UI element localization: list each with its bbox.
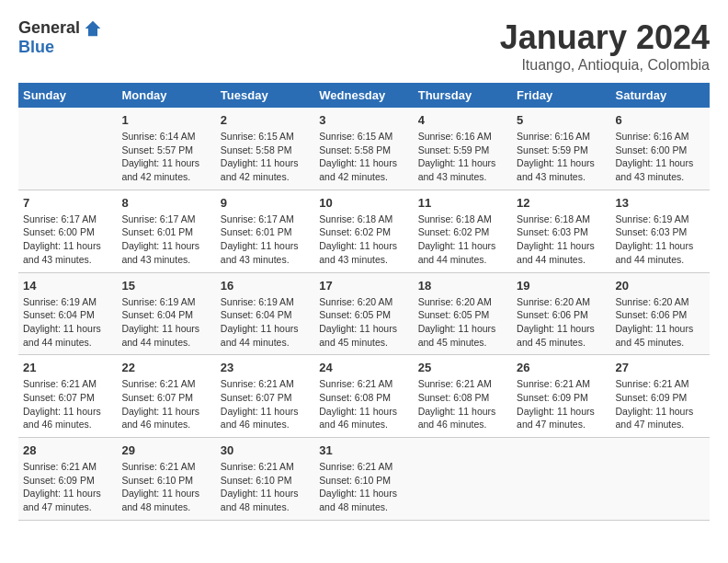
cell-w2-d3: 9Sunrise: 6:17 AMSunset: 6:01 PMDaylight… <box>216 190 314 272</box>
cell-w1-d6: 5Sunrise: 6:16 AMSunset: 5:59 PMDaylight… <box>512 108 610 190</box>
day-number: 16 <box>221 279 310 293</box>
header-row: SundayMondayTuesdayWednesdayThursdayFrid… <box>18 83 710 108</box>
cell-w2-d6: 12Sunrise: 6:18 AMSunset: 6:03 PMDayligh… <box>512 190 610 272</box>
header-monday: Monday <box>117 83 215 108</box>
cell-w1-d4: 3Sunrise: 6:15 AMSunset: 5:58 PMDaylight… <box>314 108 413 190</box>
day-number: 31 <box>319 443 408 457</box>
day-info: Sunrise: 6:17 AMSunset: 6:01 PMDaylight:… <box>221 213 310 267</box>
day-info: Sunrise: 6:16 AMSunset: 5:59 PMDaylight:… <box>517 130 606 184</box>
day-number: 12 <box>517 196 606 210</box>
main-title: January 2024 <box>500 18 710 57</box>
day-info: Sunrise: 6:21 AMSunset: 6:08 PMDaylight:… <box>319 377 408 431</box>
day-number: 18 <box>418 279 507 293</box>
day-info: Sunrise: 6:20 AMSunset: 6:06 PMDaylight:… <box>616 295 705 350</box>
cell-w5-d7 <box>611 438 710 521</box>
day-info: Sunrise: 6:16 AMSunset: 6:00 PMDaylight:… <box>616 130 705 184</box>
header-sunday: Sunday <box>18 83 117 108</box>
day-info: Sunrise: 6:17 AMSunset: 6:00 PMDaylight:… <box>23 213 112 267</box>
week-row-1: 1Sunrise: 6:14 AMSunset: 5:57 PMDaylight… <box>18 108 710 190</box>
cell-w4-d3: 23Sunrise: 6:21 AMSunset: 6:07 PMDayligh… <box>216 355 314 438</box>
header-tuesday: Tuesday <box>216 83 314 108</box>
day-number: 20 <box>616 279 705 293</box>
cell-w1-d7: 6Sunrise: 6:16 AMSunset: 6:00 PMDaylight… <box>611 108 710 190</box>
day-info: Sunrise: 6:19 AMSunset: 6:04 PMDaylight:… <box>221 295 310 350</box>
day-number: 14 <box>23 279 112 293</box>
cell-w3-d5: 18Sunrise: 6:20 AMSunset: 6:05 PMDayligh… <box>414 272 512 355</box>
cell-w3-d2: 15Sunrise: 6:19 AMSunset: 6:04 PMDayligh… <box>117 272 215 355</box>
cell-w4-d4: 24Sunrise: 6:21 AMSunset: 6:08 PMDayligh… <box>314 355 413 438</box>
day-info: Sunrise: 6:19 AMSunset: 6:04 PMDaylight:… <box>121 295 210 350</box>
day-number: 25 <box>418 361 507 374</box>
day-info: Sunrise: 6:21 AMSunset: 6:10 PMDaylight:… <box>121 460 210 514</box>
day-info: Sunrise: 6:17 AMSunset: 6:01 PMDaylight:… <box>121 213 210 267</box>
header: General Blue January 2024 Ituango, Antio… <box>18 18 710 74</box>
day-info: Sunrise: 6:18 AMSunset: 6:02 PMDaylight:… <box>319 213 408 267</box>
day-number: 17 <box>319 279 408 293</box>
cell-w4-d5: 25Sunrise: 6:21 AMSunset: 6:08 PMDayligh… <box>414 355 512 438</box>
cell-w3-d4: 17Sunrise: 6:20 AMSunset: 6:05 PMDayligh… <box>314 272 413 355</box>
day-number: 30 <box>221 443 310 457</box>
day-info: Sunrise: 6:18 AMSunset: 6:02 PMDaylight:… <box>418 213 507 267</box>
header-saturday: Saturday <box>611 83 710 108</box>
logo-blue-text: Blue <box>18 38 54 57</box>
cell-w3-d7: 20Sunrise: 6:20 AMSunset: 6:06 PMDayligh… <box>611 272 710 355</box>
day-number: 26 <box>517 361 606 374</box>
day-info: Sunrise: 6:21 AMSunset: 6:10 PMDaylight:… <box>319 460 408 514</box>
cell-w4-d7: 27Sunrise: 6:21 AMSunset: 6:09 PMDayligh… <box>611 355 710 438</box>
cell-w1-d3: 2Sunrise: 6:15 AMSunset: 5:58 PMDaylight… <box>216 108 314 190</box>
week-row-4: 21Sunrise: 6:21 AMSunset: 6:07 PMDayligh… <box>18 355 710 438</box>
day-info: Sunrise: 6:21 AMSunset: 6:10 PMDaylight:… <box>221 460 310 514</box>
day-info: Sunrise: 6:21 AMSunset: 6:08 PMDaylight:… <box>418 377 507 431</box>
day-info: Sunrise: 6:15 AMSunset: 5:58 PMDaylight:… <box>319 130 408 184</box>
week-row-2: 7Sunrise: 6:17 AMSunset: 6:00 PMDaylight… <box>18 190 710 272</box>
day-info: Sunrise: 6:16 AMSunset: 5:59 PMDaylight:… <box>418 130 507 184</box>
cell-w2-d1: 7Sunrise: 6:17 AMSunset: 6:00 PMDaylight… <box>18 190 117 272</box>
logo: General Blue <box>18 18 102 57</box>
day-info: Sunrise: 6:20 AMSunset: 6:05 PMDaylight:… <box>319 295 408 350</box>
cell-w5-d4: 31Sunrise: 6:21 AMSunset: 6:10 PMDayligh… <box>314 438 413 521</box>
day-number: 5 <box>517 113 606 127</box>
day-number: 28 <box>23 443 112 457</box>
logo-general-text: General <box>18 18 80 38</box>
day-number: 19 <box>517 279 606 293</box>
cell-w3-d3: 16Sunrise: 6:19 AMSunset: 6:04 PMDayligh… <box>216 272 314 355</box>
calendar-table: SundayMondayTuesdayWednesdayThursdayFrid… <box>18 83 710 521</box>
day-number: 27 <box>616 361 705 374</box>
day-number: 1 <box>121 113 210 127</box>
day-info: Sunrise: 6:21 AMSunset: 6:07 PMDaylight:… <box>121 377 210 431</box>
cell-w1-d5: 4Sunrise: 6:16 AMSunset: 5:59 PMDaylight… <box>414 108 512 190</box>
day-number: 2 <box>221 113 310 127</box>
day-info: Sunrise: 6:19 AMSunset: 6:04 PMDaylight:… <box>23 295 112 350</box>
week-row-3: 14Sunrise: 6:19 AMSunset: 6:04 PMDayligh… <box>18 272 710 355</box>
day-number: 6 <box>616 113 705 127</box>
logo-icon <box>84 19 102 38</box>
calendar-header: SundayMondayTuesdayWednesdayThursdayFrid… <box>18 83 710 108</box>
header-thursday: Thursday <box>414 83 512 108</box>
subtitle: Ituango, Antioquia, Colombia <box>500 57 710 74</box>
day-number: 23 <box>221 361 310 374</box>
cell-w3-d1: 14Sunrise: 6:19 AMSunset: 6:04 PMDayligh… <box>18 272 117 355</box>
cell-w1-d2: 1Sunrise: 6:14 AMSunset: 5:57 PMDaylight… <box>117 108 215 190</box>
cell-w5-d1: 28Sunrise: 6:21 AMSunset: 6:09 PMDayligh… <box>18 438 117 521</box>
cell-w5-d2: 29Sunrise: 6:21 AMSunset: 6:10 PMDayligh… <box>117 438 215 521</box>
day-info: Sunrise: 6:21 AMSunset: 6:09 PMDaylight:… <box>23 460 112 514</box>
day-info: Sunrise: 6:20 AMSunset: 6:05 PMDaylight:… <box>418 295 507 350</box>
cell-w5-d3: 30Sunrise: 6:21 AMSunset: 6:10 PMDayligh… <box>216 438 314 521</box>
day-info: Sunrise: 6:21 AMSunset: 6:09 PMDaylight:… <box>616 377 705 431</box>
svg-marker-0 <box>85 20 101 36</box>
cell-w4-d6: 26Sunrise: 6:21 AMSunset: 6:09 PMDayligh… <box>512 355 610 438</box>
day-number: 10 <box>319 196 408 210</box>
cell-w2-d5: 11Sunrise: 6:18 AMSunset: 6:02 PMDayligh… <box>414 190 512 272</box>
day-number: 24 <box>319 361 408 374</box>
day-number: 9 <box>221 196 310 210</box>
cell-w5-d5 <box>414 438 512 521</box>
calendar-body: 1Sunrise: 6:14 AMSunset: 5:57 PMDaylight… <box>18 108 710 520</box>
title-area: January 2024 Ituango, Antioquia, Colombi… <box>500 18 710 74</box>
day-number: 29 <box>121 443 210 457</box>
day-number: 21 <box>23 361 112 374</box>
cell-w3-d6: 19Sunrise: 6:20 AMSunset: 6:06 PMDayligh… <box>512 272 610 355</box>
day-number: 11 <box>418 196 507 210</box>
day-info: Sunrise: 6:18 AMSunset: 6:03 PMDaylight:… <box>517 213 606 267</box>
day-info: Sunrise: 6:19 AMSunset: 6:03 PMDaylight:… <box>616 213 705 267</box>
day-number: 13 <box>616 196 705 210</box>
